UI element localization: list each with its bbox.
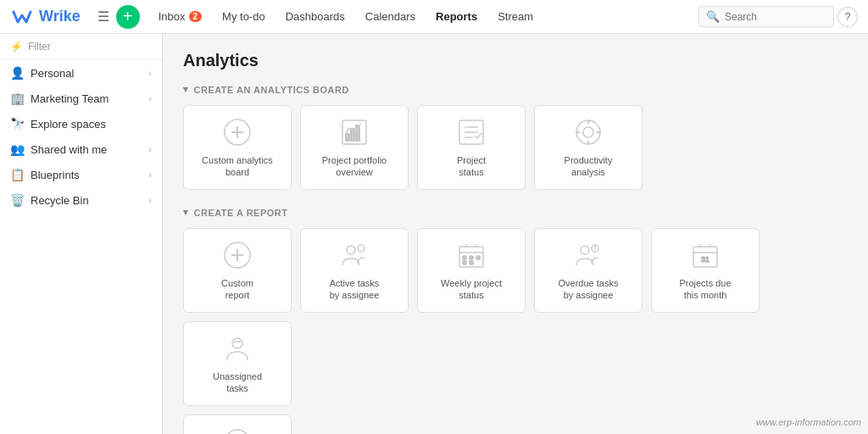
clock-icon bbox=[222, 426, 253, 434]
report-section-header: ▾ Create a Report bbox=[183, 207, 848, 218]
svg-point-41 bbox=[225, 430, 249, 434]
logo-text: Wrike bbox=[39, 8, 81, 25]
chevron-right-icon: › bbox=[148, 68, 152, 78]
marketing-team-icon: 🏢 bbox=[10, 92, 24, 105]
main-layout: ⚡ Filter 👤 Personal › 🏢 Marketing Team ›… bbox=[0, 34, 868, 434]
svg-rect-4 bbox=[346, 134, 349, 141]
filter-icon: ⚡ bbox=[10, 41, 23, 53]
watermark: www.erp-information.com bbox=[756, 417, 861, 427]
card-custom-analytics[interactable]: Custom analyticsboard bbox=[183, 105, 292, 190]
card-label: Customreport bbox=[221, 277, 253, 302]
sidebar-item-label: Blueprints bbox=[31, 169, 142, 181]
hamburger-button[interactable]: ☰ bbox=[94, 5, 113, 28]
svg-point-12 bbox=[583, 127, 593, 137]
card-label: Weekly projectstatus bbox=[441, 277, 502, 302]
svg-rect-28 bbox=[476, 256, 480, 259]
card-label: Unassignedtasks bbox=[213, 370, 262, 395]
explore-icon: 🔭 bbox=[10, 117, 24, 131]
chart-icon bbox=[339, 117, 370, 147]
sidebar: ⚡ Filter 👤 Personal › 🏢 Marketing Team ›… bbox=[0, 34, 163, 434]
sidebar-item-recycle-bin[interactable]: 🗑️ Recycle Bin › bbox=[0, 187, 162, 213]
card-label: Active tasksby assignee bbox=[330, 277, 380, 302]
card-productivity-analysis[interactable]: Productivityanalysis bbox=[534, 105, 643, 190]
blueprints-icon: 📋 bbox=[10, 168, 24, 181]
sidebar-item-personal[interactable]: 👤 Personal › bbox=[0, 60, 162, 86]
shared-icon: 👥 bbox=[10, 142, 24, 156]
list-check-icon bbox=[456, 117, 487, 147]
analytics-cards-grid: Custom analyticsboard Project portfolioo… bbox=[183, 105, 848, 190]
svg-text:31: 31 bbox=[701, 255, 709, 264]
chevron-down-icon: ▾ bbox=[183, 207, 189, 218]
svg-rect-30 bbox=[470, 261, 473, 264]
nav-stream[interactable]: Stream bbox=[489, 7, 542, 26]
svg-point-21 bbox=[358, 245, 364, 252]
svg-rect-26 bbox=[463, 256, 466, 259]
plus-icon bbox=[222, 117, 253, 147]
sidebar-filter[interactable]: ⚡ Filter bbox=[0, 34, 162, 60]
chevron-right-icon: › bbox=[148, 195, 152, 205]
people-empty-icon bbox=[222, 333, 253, 364]
sidebar-item-label: Marketing Team bbox=[31, 92, 142, 105]
nav-calendars[interactable]: Calendars bbox=[357, 7, 424, 26]
gear-chart-icon bbox=[573, 117, 604, 147]
top-navigation: Wrike ☰ + Inbox 2 My to-do Dashboards Ca… bbox=[0, 0, 868, 34]
personal-icon: 👤 bbox=[10, 66, 24, 80]
card-label: Projects duethis month bbox=[679, 277, 731, 302]
nav-inbox[interactable]: Inbox 2 bbox=[150, 7, 210, 26]
help-button[interactable]: ? bbox=[837, 7, 858, 27]
sidebar-item-label: Shared with me bbox=[31, 143, 142, 156]
report-cards-row2: Time spentthis week bbox=[183, 415, 848, 434]
svg-rect-29 bbox=[463, 261, 466, 264]
sidebar-item-label: Explore spaces bbox=[31, 118, 152, 131]
search-icon: 🔍 bbox=[706, 10, 720, 23]
chevron-right-icon: › bbox=[148, 170, 152, 180]
new-item-button[interactable]: + bbox=[116, 5, 140, 29]
card-label: Project portfoliooverview bbox=[322, 154, 387, 179]
sidebar-item-blueprints[interactable]: 📋 Blueprints › bbox=[0, 162, 162, 187]
chevron-right-icon: › bbox=[148, 93, 152, 103]
recycle-bin-icon: 🗑️ bbox=[10, 193, 24, 207]
sidebar-item-shared-with-me[interactable]: 👥 Shared with me › bbox=[0, 136, 162, 162]
svg-point-20 bbox=[347, 246, 355, 254]
analytics-section: ▾ Create an Analytics Board Custom analy… bbox=[183, 84, 848, 190]
card-active-tasks-assignee[interactable]: Active tasksby assignee bbox=[300, 228, 409, 313]
content-area: Analytics ▾ Create an Analytics Board Cu… bbox=[163, 34, 868, 434]
sidebar-item-explore-spaces[interactable]: 🔭 Explore spaces bbox=[0, 111, 162, 136]
card-weekly-project-status[interactable]: Weekly projectstatus bbox=[417, 228, 526, 313]
filter-label: Filter bbox=[28, 41, 51, 53]
chevron-down-icon: ▾ bbox=[183, 84, 189, 95]
report-cards-grid: Customreport Active tasksby assignee Wee… bbox=[183, 228, 848, 406]
card-project-portfolio[interactable]: Project portfoliooverview bbox=[300, 105, 409, 190]
report-section-label: Create a Report bbox=[194, 208, 288, 218]
report-section: ▾ Create a Report Customreport Active ta… bbox=[183, 207, 848, 434]
people-icon bbox=[339, 240, 370, 270]
card-unassigned-tasks[interactable]: Unassignedtasks bbox=[183, 321, 292, 406]
people-alert-icon bbox=[573, 240, 604, 270]
page-title: Analytics bbox=[183, 51, 848, 70]
nav-my-to-do[interactable]: My to-do bbox=[214, 7, 274, 26]
card-label: Custom analyticsboard bbox=[202, 154, 273, 179]
card-overdue-tasks-assignee[interactable]: Overdue tasksby assignee bbox=[534, 228, 643, 313]
sidebar-item-label: Personal bbox=[31, 67, 142, 80]
svg-point-31 bbox=[581, 246, 589, 254]
svg-point-39 bbox=[232, 338, 242, 348]
plus-icon bbox=[222, 240, 253, 270]
card-project-status[interactable]: Projectstatus bbox=[417, 105, 526, 190]
sidebar-item-marketing-team[interactable]: 🏢 Marketing Team › bbox=[0, 86, 162, 111]
analytics-section-label: Create an Analytics Board bbox=[194, 85, 349, 95]
search-box[interactable]: 🔍 bbox=[698, 6, 834, 27]
analytics-section-header: ▾ Create an Analytics Board bbox=[183, 84, 848, 95]
calendar-grid-icon bbox=[456, 240, 487, 270]
search-input[interactable] bbox=[725, 11, 826, 23]
card-label: Projectstatus bbox=[457, 154, 486, 179]
card-projects-due-month[interactable]: 31 Projects duethis month bbox=[651, 228, 760, 313]
card-time-spent-week[interactable]: Time spentthis week bbox=[183, 415, 292, 434]
svg-rect-27 bbox=[470, 256, 473, 259]
card-custom-report[interactable]: Customreport bbox=[183, 228, 292, 313]
chevron-right-icon: › bbox=[148, 144, 152, 154]
nav-dashboards[interactable]: Dashboards bbox=[277, 7, 353, 26]
inbox-badge: 2 bbox=[189, 11, 203, 22]
nav-reports[interactable]: Reports bbox=[427, 7, 486, 26]
sidebar-item-label: Recycle Bin bbox=[31, 194, 142, 207]
card-label: Overdue tasksby assignee bbox=[559, 277, 619, 302]
